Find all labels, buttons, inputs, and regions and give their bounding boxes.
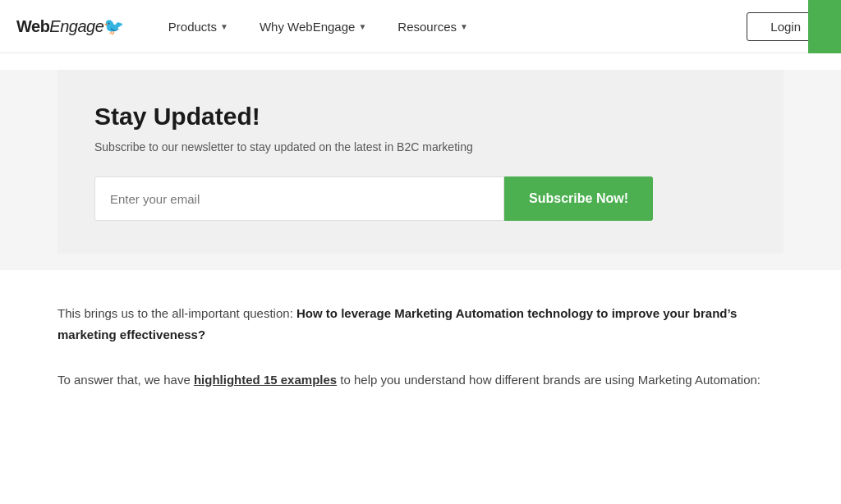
email-input[interactable] — [94, 176, 504, 221]
chevron-down-icon: ▼ — [220, 22, 228, 31]
content-paragraph-2: To answer that, we have highlighted 15 e… — [57, 369, 784, 391]
paragraph2-suffix: to help you understand how different bra… — [337, 373, 761, 387]
logo[interactable]: WebEngage🐦 — [16, 16, 124, 36]
newsletter-title: Stay Updated! — [94, 103, 747, 131]
content-paragraph-1: This brings us to the all-important ques… — [57, 303, 784, 345]
nav-item-resources[interactable]: Resources ▼ — [386, 13, 480, 40]
chevron-down-icon: ▼ — [358, 22, 366, 31]
resources-label: Resources — [398, 20, 457, 34]
logo-italic: Engage — [49, 17, 103, 35]
logo-text: WebEngage🐦 — [16, 16, 124, 36]
nav-links: Products ▼ Why WebEngage ▼ Resources ▼ — [157, 13, 747, 40]
why-webengage-label: Why WebEngage — [260, 20, 355, 34]
chevron-down-icon: ▼ — [460, 22, 468, 31]
products-label: Products — [168, 20, 217, 34]
newsletter-section: Stay Updated! Subscribe to our newslette… — [57, 70, 784, 254]
newsletter-subtitle: Subscribe to our newsletter to stay upda… — [94, 140, 747, 153]
green-nav-button[interactable] — [808, 0, 841, 53]
nav-item-why-webengage[interactable]: Why WebEngage ▼ — [248, 13, 378, 40]
main-content: Stay Updated! Subscribe to our newslette… — [0, 70, 841, 448]
nav-item-products[interactable]: Products ▼ — [157, 13, 240, 40]
newsletter-form: Subscribe Now! — [94, 176, 653, 221]
paragraph2-prefix: To answer that, we have — [57, 373, 194, 387]
highlighted-examples-link[interactable]: highlighted 15 examples — [194, 373, 337, 387]
subscribe-button[interactable]: Subscribe Now! — [504, 176, 653, 221]
paragraph1-prefix: This brings us to the all-important ques… — [57, 306, 296, 320]
navbar: WebEngage🐦 Products ▼ Why WebEngage ▼ Re… — [0, 0, 841, 53]
content-section: This brings us to the all-important ques… — [0, 270, 841, 448]
